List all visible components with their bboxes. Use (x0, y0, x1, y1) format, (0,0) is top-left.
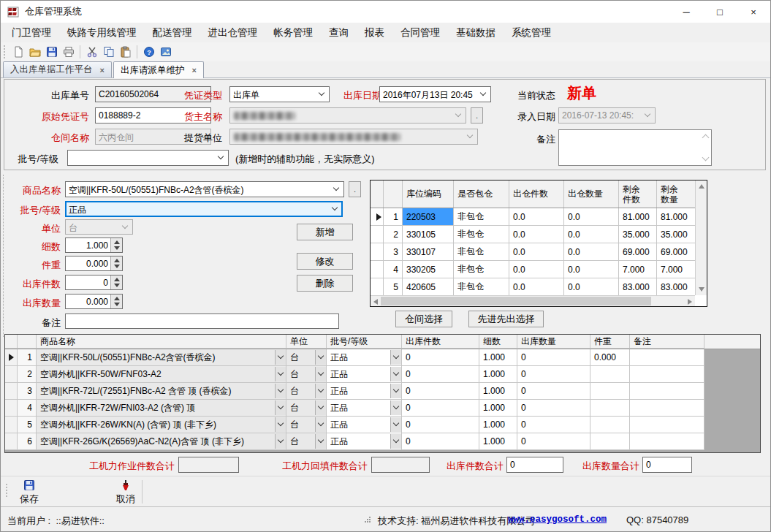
labor-backfill-total-field[interactable] (371, 457, 430, 473)
stepper-arrows-icon[interactable] (110, 276, 122, 289)
save-button-toolbar[interactable] (43, 44, 60, 60)
maximize-button[interactable]: □ (703, 1, 737, 23)
current-row-icon[interactable] (371, 208, 384, 226)
product-name-select[interactable]: 空调||KFR-50L/(50551)FNBc-A2含管(香槟金) (65, 181, 344, 197)
horizontal-scrollbar[interactable] (371, 295, 695, 306)
cell-dropdown-icon[interactable] (390, 400, 401, 415)
cell-dropdown-icon[interactable] (390, 367, 401, 381)
cell-dropdown-icon[interactable] (315, 400, 326, 415)
warehouse-select-button[interactable]: 仓间选择 (395, 311, 452, 327)
item-row[interactable]: 4 空调外机||KFR-72W/FNI03-A2 (含管) 顶 台 正品 0 1… (5, 400, 760, 417)
delete-button[interactable]: 删除 (297, 275, 353, 292)
header-batch-select[interactable] (67, 150, 229, 166)
toolbar-grip[interactable] (5, 484, 9, 497)
col-product-name[interactable]: 商品名称 (37, 335, 286, 349)
paste-button[interactable] (117, 44, 134, 60)
modify-button[interactable]: 修改 (297, 253, 353, 270)
cut-button[interactable] (83, 44, 100, 60)
col-remark[interactable]: 备注 (630, 335, 704, 349)
chevron-down-icon[interactable] (455, 111, 461, 117)
toolbar-grip[interactable] (3, 45, 7, 58)
location-row[interactable]: 1 220503 非包仓 0.0 0.0 81.000 81.000 (371, 208, 707, 226)
fifo-select-button[interactable]: 先进先出选择 (468, 311, 544, 327)
chevron-down-icon[interactable] (332, 205, 338, 210)
col-fine-count[interactable]: 细数 (479, 335, 517, 349)
detail-batch-select[interactable]: 正品 (65, 201, 343, 217)
col-batch-grade[interactable]: 批号/等级 (327, 335, 402, 349)
location-row[interactable]: 5 420605 非包仓 0.0 0.0 83.000 83.000 (371, 278, 707, 296)
header-remark-textarea[interactable] (558, 129, 712, 166)
cell-dropdown-icon[interactable] (315, 434, 326, 449)
vertical-scrollbar[interactable] (695, 180, 707, 295)
item-row[interactable]: 1 空调||KFR-50L/(50551)FNBc-A2含管(香槟金) 台 正品… (5, 349, 760, 366)
stepper-arrows-icon[interactable] (110, 294, 122, 308)
col-out-qty[interactable]: 出仓数量 (564, 180, 619, 208)
cell-dropdown-icon[interactable] (275, 400, 286, 415)
selected-cell[interactable]: 220503 (403, 208, 454, 226)
col-is-baocang[interactable]: 是否包仓 (454, 180, 509, 208)
menu-item-basic-data[interactable]: 基础数据 (448, 23, 504, 42)
tab-close-icon[interactable]: × (191, 66, 196, 75)
labor-ops-total-field[interactable] (178, 457, 239, 473)
tab-close-icon[interactable]: × (100, 66, 105, 75)
location-row[interactable]: 2 330105 非包仓 0.0 0.0 35.000 35.000 (371, 226, 707, 243)
cell-dropdown-icon[interactable] (315, 417, 326, 432)
location-row[interactable]: 4 330205 非包仓 0.0 0.0 7.000 7.000 (371, 261, 707, 278)
chevron-down-icon[interactable] (645, 111, 650, 117)
entry-date-picker[interactable]: 2016-07-13 20:45: (558, 107, 656, 123)
cell-dropdown-icon[interactable] (390, 417, 401, 432)
menu-item-contract[interactable]: 合同管理 (392, 23, 448, 42)
col-location-code[interactable]: 库位编码 (403, 180, 454, 208)
close-button[interactable]: × (737, 1, 770, 23)
help-button[interactable]: ? (140, 44, 157, 60)
owner-name-select[interactable] (229, 107, 466, 123)
item-row[interactable]: 6 空调||KFR-26G/K(26569)AaC-N2(A)含管 顶 (非下乡… (5, 433, 760, 450)
cell-dropdown-icon[interactable] (275, 417, 286, 432)
item-row[interactable]: 2 空调外机||KFR-50W/FNF03-A2 台 正品 0 1.000 0 (5, 366, 760, 383)
cell-dropdown-icon[interactable] (315, 350, 326, 365)
tab-inout-workbench[interactable]: 入出库单据工作平台 × (3, 61, 112, 77)
menu-item-query[interactable]: 查询 (321, 23, 357, 42)
product-lookup-button[interactable]: . (349, 181, 361, 197)
col-out-pieces[interactable]: 出库件数 (402, 335, 479, 349)
stepper-arrows-icon[interactable] (110, 238, 122, 252)
minimize-button[interactable]: ─ (669, 1, 703, 23)
item-row[interactable]: 3 空调||KFR-72L/(72551)FNBc-A2 含管 顶 (香槟金) … (5, 383, 760, 400)
menu-item-warehouse-inout[interactable]: 进出仓管理 (200, 23, 266, 42)
cell-dropdown-icon[interactable] (275, 367, 286, 381)
col-remaining-qty[interactable]: 剩余数量 (657, 180, 695, 208)
scroll-up-icon[interactable] (702, 134, 710, 142)
cell-dropdown-icon[interactable] (390, 384, 401, 398)
out-pieces-stepper[interactable]: 0 (65, 275, 123, 290)
pickup-unit-select[interactable] (229, 129, 478, 145)
chevron-down-icon[interactable] (122, 222, 128, 228)
cell-dropdown-icon[interactable] (275, 384, 286, 398)
current-row-icon[interactable] (5, 349, 18, 366)
save-button[interactable]: 保存 (10, 479, 49, 506)
cell-dropdown-icon[interactable] (315, 367, 326, 381)
menu-item-gate[interactable]: 门卫管理 (4, 23, 59, 42)
col-out-pieces[interactable]: 出仓件数 (509, 180, 564, 208)
out-qty-stepper[interactable]: 0.000 (65, 294, 123, 309)
menu-item-railway[interactable]: 铁路专用线管理 (59, 23, 145, 42)
cell-dropdown-icon[interactable] (275, 434, 286, 449)
tab-outbound-order-maintain[interactable]: 出库请派单维护 × (113, 61, 204, 78)
open-file-button[interactable] (26, 44, 43, 60)
print-button[interactable] (60, 44, 77, 60)
col-piece-weight[interactable]: 件重 (590, 335, 630, 349)
new-file-button[interactable] (10, 44, 26, 60)
menu-item-reports[interactable]: 报表 (357, 23, 392, 42)
menu-item-accounting[interactable]: 帐务管理 (265, 23, 321, 42)
fine-count-stepper[interactable]: 1.000 (65, 238, 123, 253)
chevron-down-icon[interactable] (218, 153, 224, 159)
image-button[interactable] (157, 44, 174, 60)
scroll-down-icon[interactable] (702, 154, 710, 162)
location-row[interactable]: 3 330107 非包仓 0.0 0.0 69.000 69.000 (371, 243, 707, 261)
detail-remark-field[interactable] (65, 314, 339, 329)
unit-select[interactable]: 台 (65, 219, 133, 235)
splitter[interactable] (1, 175, 4, 337)
cell-dropdown-icon[interactable] (315, 384, 326, 398)
col-remaining-pieces[interactable]: 剩余件数 (619, 180, 657, 208)
col-unit[interactable]: 单位 (286, 335, 327, 349)
add-button[interactable]: 新增 (297, 224, 353, 240)
